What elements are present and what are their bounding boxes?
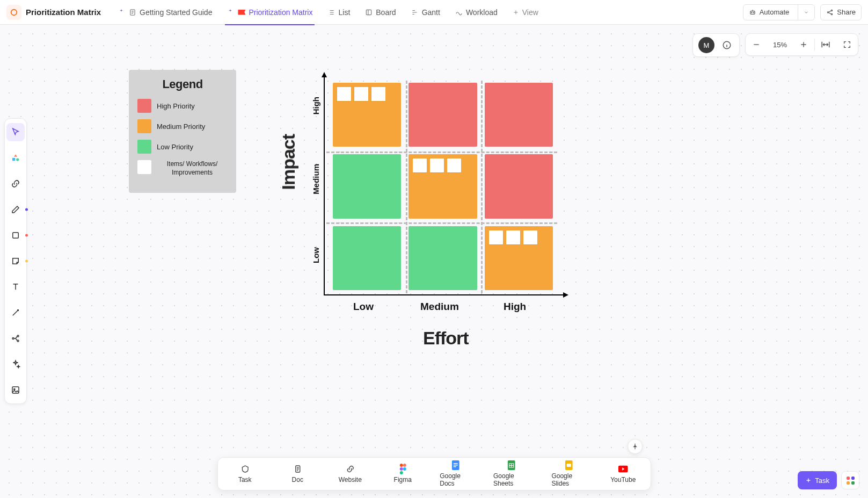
automate-dropdown[interactable] <box>798 4 814 20</box>
fit-width-button[interactable] <box>815 33 836 56</box>
x-axis-line <box>324 294 564 295</box>
text-tool[interactable] <box>6 278 25 296</box>
item-label: Doc <box>292 476 303 483</box>
new-task-button[interactable]: Task <box>798 471 837 489</box>
view-label: Getting Started Guide <box>140 8 212 17</box>
item-label: Google Sheets <box>493 472 530 487</box>
sticky-note[interactable] <box>506 230 520 244</box>
space-avatar[interactable] <box>6 5 21 20</box>
select-tool[interactable] <box>6 123 25 141</box>
sticky-note-tool[interactable] <box>6 252 25 270</box>
link-icon <box>11 179 20 189</box>
shape-tool[interactable] <box>6 226 25 244</box>
task-fab-label: Task <box>815 477 829 485</box>
view-label: Board <box>376 8 396 17</box>
sticky-note[interactable] <box>523 230 537 244</box>
sticky-note[interactable] <box>447 158 461 172</box>
svg-rect-16 <box>12 387 19 393</box>
svg-point-6 <box>828 11 829 12</box>
cell-high-medium[interactable] <box>409 83 477 147</box>
insert-google-sheets[interactable]: Google Sheets <box>493 460 530 487</box>
pin-icon <box>631 443 639 450</box>
info-button[interactable] <box>720 38 734 52</box>
zoom-level[interactable]: 15% <box>767 41 793 49</box>
plus-icon <box>805 477 812 483</box>
insert-toolbar: Task Doc Website Figma Google Docs Googl… <box>217 457 651 490</box>
templates-tool[interactable] <box>6 149 25 167</box>
plus-icon <box>513 9 519 16</box>
view-label: List <box>338 8 350 17</box>
presence-group: M <box>692 33 740 57</box>
zoom-in-button[interactable] <box>793 33 814 56</box>
cell-medium-medium[interactable] <box>409 154 477 218</box>
user-avatar[interactable]: M <box>698 37 714 53</box>
legend-label: Medium Priority <box>157 122 205 131</box>
tool-color-dot <box>25 234 28 237</box>
insert-google-docs[interactable]: Google Docs <box>440 460 472 487</box>
robot-icon <box>749 9 756 16</box>
item-label: Google Slides <box>551 472 586 487</box>
y-axis-line <box>324 76 325 295</box>
ai-tool[interactable] <box>6 355 25 373</box>
link-tool[interactable] <box>6 175 25 193</box>
view-board[interactable]: Board <box>358 0 403 25</box>
insert-task[interactable]: Task <box>229 464 260 483</box>
view-label: Gantt <box>422 8 440 17</box>
view-gantt[interactable]: Gantt <box>404 0 448 25</box>
sticky-note[interactable] <box>413 158 427 172</box>
image-tool[interactable] <box>6 381 25 399</box>
fullscreen-button[interactable] <box>836 33 858 56</box>
cell-medium-high[interactable] <box>485 154 553 218</box>
space-title[interactable]: Prioritization Matrix <box>26 8 106 17</box>
view-getting-started[interactable]: Getting Started Guide <box>111 0 220 25</box>
legend-card[interactable]: Legend High Priority Medium Priority Low… <box>129 70 236 193</box>
svg-point-17 <box>14 388 15 389</box>
sticky-note[interactable] <box>489 230 503 244</box>
mindmap-tool[interactable] <box>6 329 25 348</box>
sticky-note[interactable] <box>430 158 444 172</box>
apps-button[interactable] <box>841 471 859 489</box>
google-slides-icon <box>564 460 574 470</box>
svg-point-7 <box>831 10 833 11</box>
cell-low-high[interactable] <box>485 226 553 290</box>
svg-point-14 <box>17 335 19 337</box>
insert-figma[interactable]: Figma <box>387 464 418 483</box>
workload-icon <box>455 9 463 16</box>
notes-group <box>337 87 385 101</box>
shapes-color-icon <box>11 153 20 163</box>
connector-tool[interactable] <box>6 304 25 322</box>
svg-rect-12 <box>13 233 19 239</box>
svg-point-19 <box>399 464 403 467</box>
insert-website[interactable]: Website <box>334 464 366 483</box>
view-list[interactable]: List <box>320 0 358 25</box>
top-header: Prioritization Matrix Getting Started Gu… <box>0 0 868 25</box>
pin-toolbar-button[interactable] <box>628 439 643 454</box>
add-view-label: View <box>522 8 538 17</box>
fullscreen-icon <box>843 40 851 49</box>
insert-doc[interactable]: Doc <box>282 464 313 483</box>
fit-width-icon <box>821 40 830 49</box>
view-prioritization-matrix[interactable]: Prioritization Matrix <box>220 0 320 25</box>
add-view-button[interactable]: View <box>505 8 546 17</box>
pen-tool[interactable] <box>6 200 25 219</box>
insert-google-slides[interactable]: Google Slides <box>551 460 586 487</box>
automate-button[interactable]: Automate <box>743 4 815 20</box>
figma-icon <box>398 464 407 474</box>
sticky-note[interactable] <box>354 87 368 101</box>
link-icon <box>345 464 355 474</box>
view-workload[interactable]: Workload <box>448 0 505 25</box>
cell-high-high[interactable] <box>485 83 553 147</box>
svg-point-15 <box>17 340 19 342</box>
svg-point-23 <box>399 471 403 474</box>
share-button[interactable]: Share <box>820 4 862 20</box>
cell-low-low[interactable] <box>333 226 401 290</box>
cursor-icon <box>11 127 20 137</box>
y-tick-medium: Medium <box>311 164 320 194</box>
cell-high-low[interactable] <box>333 83 401 147</box>
sticky-note[interactable] <box>337 87 351 101</box>
cell-medium-low[interactable] <box>333 154 401 218</box>
zoom-out-button[interactable] <box>746 33 767 56</box>
insert-youtube[interactable]: YouTube <box>608 464 639 483</box>
sticky-note[interactable] <box>371 87 385 101</box>
cell-low-medium[interactable] <box>409 226 477 290</box>
